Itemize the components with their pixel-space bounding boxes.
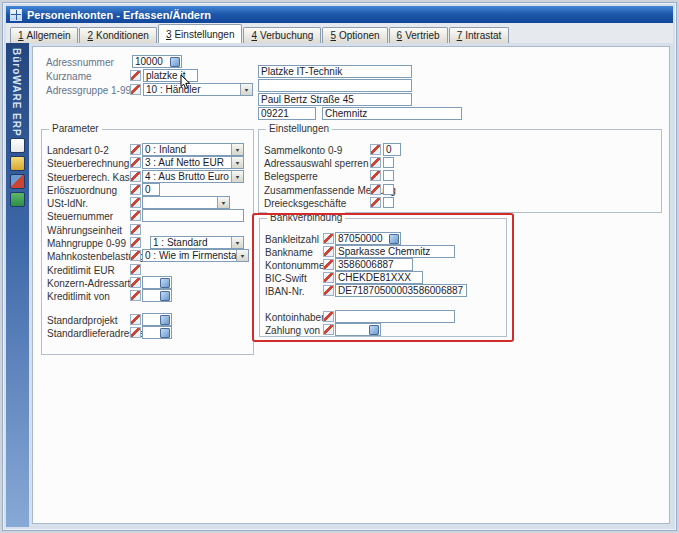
lookup-icon[interactable] (389, 234, 399, 244)
tab-einstellungen[interactable]: 3Einstellungen (158, 24, 243, 43)
field-edit-icon[interactable] (323, 285, 334, 296)
field-edit-icon[interactable] (130, 144, 141, 155)
kontoinhaber-input[interactable] (335, 310, 455, 323)
chevron-down-icon[interactable] (236, 250, 248, 261)
adressauswahl-sperren-label: Adressauswahl sperren (264, 158, 369, 169)
field-edit-icon[interactable] (130, 171, 141, 182)
app-window: Personenkonten - Erfassen/Ändern 1Allgem… (2, 2, 677, 531)
einstellungen-group-title: Einstellungen (266, 123, 332, 134)
landesart-select[interactable]: 0 : Inland (142, 143, 244, 156)
export-icon[interactable] (10, 192, 25, 207)
mahnkostenbelastung-select[interactable]: 0 : Wie im Firmenstamm eing (142, 249, 249, 262)
kreditlimit-von-label: Kreditlimit von (47, 291, 110, 302)
field-edit-icon[interactable] (130, 264, 141, 275)
dreiecksgeschaefte-checkbox[interactable] (383, 197, 394, 208)
field-edit-icon[interactable] (323, 246, 334, 257)
erloeszuordnung-label: Erlöszuordnung (47, 185, 117, 196)
tab-konditionen[interactable]: 2Konditionen (79, 27, 156, 43)
chevron-down-icon[interactable] (240, 84, 252, 95)
bic-swift-label: BIC-Swift (265, 273, 307, 284)
field-edit-icon[interactable] (370, 197, 381, 208)
tab-vertrieb[interactable]: 6Vertrieb (389, 27, 448, 43)
pencil-icon[interactable] (10, 174, 25, 189)
strasse-input[interactable] (258, 93, 412, 106)
ust-idnr-value (143, 197, 217, 208)
title-bar[interactable]: Personenkonten - Erfassen/Ändern (6, 6, 673, 23)
lookup-icon[interactable] (369, 325, 379, 335)
field-edit-icon[interactable] (130, 290, 141, 301)
field-edit-icon[interactable] (370, 157, 381, 168)
tab-intrastat[interactable]: 7Intrastat (449, 27, 510, 43)
iban-nr-input[interactable] (335, 284, 467, 297)
field-edit-icon[interactable] (130, 210, 141, 221)
steuerberech-kasse-select[interactable]: 4 : Aus Brutto Euro (142, 170, 244, 183)
lookup-icon[interactable] (160, 315, 170, 325)
tab-verbuchung[interactable]: 4Verbuchung (243, 27, 321, 43)
field-edit-icon[interactable] (323, 324, 334, 335)
field-edit-icon[interactable] (323, 311, 334, 322)
sammelkonto-input[interactable] (383, 143, 401, 156)
adressgruppe-select[interactable]: 10 : Händler (143, 83, 253, 96)
form-panel: Adressnummer Kurzname Adressgruppe 1-99 … (32, 46, 670, 524)
tab-optionen[interactable]: 5Optionen (322, 27, 387, 43)
field-edit-icon[interactable] (130, 327, 141, 338)
mahngruppe-label: Mahngruppe 0-99 (47, 238, 126, 249)
sammelkonto-label: Sammelkonto 0-9 (264, 145, 342, 156)
field-edit-icon[interactable] (130, 224, 141, 235)
adressauswahl-sperren-checkbox[interactable] (383, 157, 394, 168)
field-edit-icon[interactable] (130, 277, 141, 288)
plz-input[interactable] (258, 107, 316, 120)
erloeszuordnung-input[interactable] (142, 183, 160, 196)
field-edit-icon[interactable] (370, 144, 381, 155)
sidebar: BüroWARE ERP (6, 43, 29, 527)
chevron-down-icon[interactable] (217, 197, 229, 208)
chevron-down-icon[interactable] (231, 157, 243, 168)
field-edit-icon[interactable] (323, 259, 334, 270)
field-edit-icon[interactable] (370, 170, 381, 181)
kurzname-label: Kurzname (46, 71, 92, 82)
lookup-icon[interactable] (160, 278, 170, 288)
lookup-icon[interactable] (160, 291, 170, 301)
field-edit-icon[interactable] (130, 237, 141, 248)
lookup-icon[interactable] (170, 57, 180, 67)
ust-idnr-select[interactable] (142, 196, 230, 209)
lookup-icon[interactable] (160, 328, 170, 338)
kontoinhaber-label: Kontoinhaber (265, 312, 325, 323)
landesart-value: 0 : Inland (143, 144, 231, 155)
mahngruppe-value: 1 : Standard (151, 237, 231, 248)
field-edit-icon[interactable] (323, 233, 334, 244)
notepad-icon[interactable] (10, 138, 25, 153)
field-edit-icon[interactable] (130, 184, 141, 195)
belegsperre-checkbox[interactable] (383, 170, 394, 181)
zahlung-von-label: Zahlung von (265, 325, 320, 336)
tab-strip: 1Allgemein 2Konditionen 3Einstellungen 4… (6, 23, 673, 43)
tab-allgemein[interactable]: 1Allgemein (10, 27, 78, 43)
mahngruppe-select[interactable]: 1 : Standard (150, 236, 244, 249)
name1-input[interactable] (258, 65, 412, 78)
field-edit-icon[interactable] (130, 250, 141, 261)
kreditlimit-eur-label: Kreditlimit EUR (47, 265, 115, 276)
chevron-down-icon[interactable] (231, 144, 243, 155)
steuerberech-kasse-value: 4 : Aus Brutto Euro (143, 171, 231, 182)
folder-icon[interactable] (10, 156, 25, 171)
bic-swift-input[interactable] (335, 271, 423, 284)
field-edit-icon[interactable] (130, 84, 141, 95)
field-edit-icon[interactable] (370, 184, 381, 195)
field-edit-icon[interactable] (130, 197, 141, 208)
mouse-cursor (180, 74, 191, 90)
zusammenfassende-meldung-checkbox[interactable] (383, 184, 394, 195)
bankname-input[interactable] (335, 245, 455, 258)
steuernummer-input[interactable] (142, 209, 244, 222)
waehrungseinheit-label: Währungseinheit (47, 225, 122, 236)
field-edit-icon[interactable] (323, 272, 334, 283)
field-edit-icon[interactable] (130, 70, 141, 81)
chevron-down-icon[interactable] (231, 237, 243, 248)
field-edit-icon[interactable] (130, 157, 141, 168)
name2-input[interactable] (258, 79, 412, 92)
steuerberechnung-select[interactable]: 3 : Auf Netto EUR (142, 156, 244, 169)
ort-input[interactable] (322, 107, 462, 120)
chevron-down-icon[interactable] (231, 171, 243, 182)
field-edit-icon[interactable] (130, 314, 141, 325)
kontonummer-label: Kontonummer (265, 260, 328, 271)
kontonummer-input[interactable] (335, 258, 413, 271)
